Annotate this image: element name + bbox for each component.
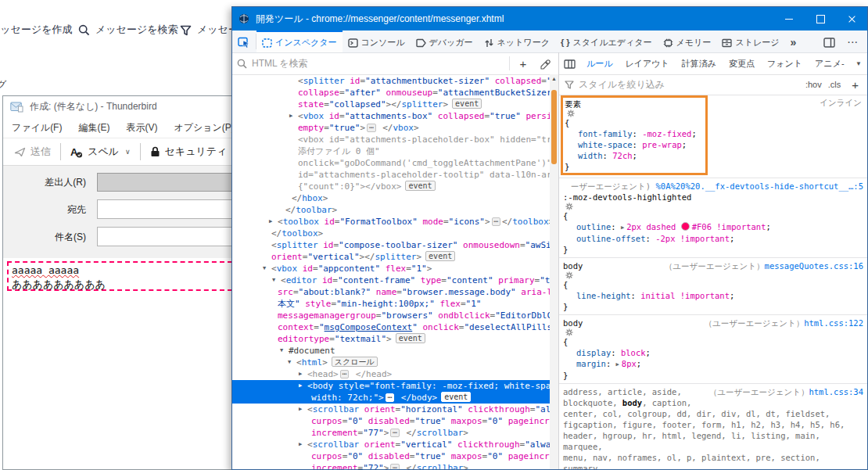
property-name[interactable]: white-space (578, 140, 633, 149)
rule-declaration[interactable]: line-height: initial !important; (563, 290, 863, 301)
sidebar-tabs-dropdown-icon[interactable]: ▼ (855, 60, 866, 67)
html-search-bar[interactable]: HTML を検索 + (232, 52, 558, 75)
security-button[interactable]: セキュリティ (147, 145, 231, 159)
body-text-line1[interactable]: aaaaa aaaaa (12, 264, 79, 277)
markup-badge[interactable]: event (396, 333, 425, 343)
property-name[interactable]: width (578, 151, 603, 160)
rule-selector-line[interactable]: figcaption, figure, footer, form, h1, h2… (563, 419, 863, 430)
markup-line[interactable]: ▶<head>⋯ </head> (232, 368, 550, 380)
collapsed-children-icon[interactable]: ⋯ (390, 464, 399, 469)
value-expander-icon[interactable]: ▶ (616, 361, 619, 368)
markup-line[interactable]: onclick="goDoCommand('cmd_toggleAttachme… (232, 157, 550, 169)
value-expander-icon[interactable]: ▶ (621, 224, 624, 231)
rule-selector-line[interactable]: blockquote, body, caption, (563, 397, 863, 408)
search-message-button[interactable]: メッセージを検索 (78, 22, 178, 38)
markup-line[interactable]: empty="true">⋯ </vbox> (232, 122, 550, 134)
property-name[interactable]: outline-offset (576, 234, 646, 243)
markup-line[interactable]: </toolbar> (232, 204, 550, 216)
markup-line[interactable]: width: 72ch;">⋯ </body>event (232, 392, 550, 404)
markup-badge[interactable]: event (441, 392, 471, 402)
rule-gear-icon[interactable] (563, 328, 583, 336)
markup-line[interactable]: collapse="after" onmouseup="attachmentBu… (232, 87, 550, 99)
rule-declaration[interactable]: font-family: -moz-fixed; (565, 128, 699, 139)
property-value[interactable]: 72ch (612, 151, 632, 160)
rule-declaration[interactable]: white-space: pre-wrap; (565, 139, 699, 150)
devtools-menu-button[interactable]: ··· (842, 36, 864, 47)
sidebar-tab-layout[interactable]: レイアウト (619, 55, 676, 73)
rule-gear-icon[interactable] (563, 203, 691, 210)
rule-gear-icon[interactable] (563, 271, 583, 279)
property-value[interactable]: -2px !important (655, 234, 730, 243)
rule-selector-line[interactable]: header, hgroup, hr, html, legend, li, li… (563, 430, 863, 452)
markup-line[interactable]: ▶<body style="font-family: -moz-fixed; w… (232, 380, 550, 392)
twisty-expanded-icon[interactable]: ▼ (280, 345, 283, 357)
pseudo-class-button[interactable]: .cls (825, 80, 845, 89)
markup-line[interactable]: {"count":0}"></vbox>event (232, 181, 550, 192)
markup-scrollbar[interactable]: ▲ (550, 74, 558, 469)
devtools-tab-more-tabs[interactable]: » (784, 30, 802, 52)
rule-declaration[interactable]: display: block; (563, 347, 863, 358)
rule-declaration[interactable]: outline-offset: -2px !important; (563, 233, 863, 244)
color-swatch[interactable] (681, 222, 690, 231)
markup-line[interactable]: ▼<vbox id="appcontent" flex="1"> (232, 263, 550, 274)
twisty-expanded-icon[interactable]: ▼ (288, 357, 291, 368)
rule-gear-icon[interactable] (565, 109, 699, 117)
devtools-titlebar[interactable]: 開発ツール - chrome://messenger/content/messe… (232, 7, 867, 30)
minimize-button[interactable] (773, 7, 805, 30)
add-node-button[interactable]: + (515, 57, 532, 70)
rule-selector-line[interactable]: 要素{ (565, 99, 699, 128)
markup-badge[interactable]: event (452, 99, 482, 109)
rule-declaration[interactable]: width: 72ch; (565, 150, 699, 161)
stylesheet-link[interactable]: html.css:34 (809, 387, 863, 396)
property-name[interactable]: margin (576, 359, 606, 368)
markup-line[interactable]: orient="vertical"></splitter>event (232, 251, 550, 263)
stylesheet-link[interactable]: messageQuotes.css:16 (765, 261, 863, 271)
style-filter-bar[interactable]: スタイルを絞り込み :hov.cls + (559, 74, 867, 95)
sidebar-tab-fonts[interactable]: フォント (761, 55, 809, 73)
twisty-expanded-icon[interactable]: ▼ (263, 263, 266, 274)
scroll-up-arrow-icon[interactable]: ▲ (550, 76, 558, 81)
stylesheet-link[interactable]: %0A%20%20.__fx-devtools-hide-shortcut__…… (655, 181, 863, 191)
markup-line[interactable]: <splitter id="attachmentbucket-sizer" co… (232, 75, 550, 87)
markup-line[interactable]: curpos="0" disabled="true" maxpos="0" pa… (232, 450, 550, 462)
markup-line[interactable]: ▼<editor id="content-frame" type="conten… (232, 274, 550, 286)
twisty-expanded-icon[interactable]: ▼ (272, 274, 275, 286)
property-value[interactable]: #F06 !important (692, 222, 766, 231)
devtools-tab-styleeditor[interactable]: { }スタイルエディター (555, 30, 658, 52)
collapsed-children-icon[interactable]: ⋯ (492, 217, 500, 226)
rule-selector-line[interactable]: :-moz-devtools-highlighted{ (563, 192, 691, 221)
markup-line[interactable]: increment="77">⋯ </scrollbar> (232, 427, 550, 439)
markup-line[interactable]: <splitter id="compose-toolbar-sizer" onm… (232, 239, 550, 251)
element-picker-button[interactable] (232, 30, 256, 52)
close-button[interactable] (836, 7, 867, 30)
twisty-collapsed-icon[interactable]: ▶ (299, 404, 302, 415)
markup-line[interactable]: </hbox> (232, 192, 550, 204)
twisty-collapsed-icon[interactable]: ▶ (299, 368, 302, 380)
rule-selector-line[interactable]: body{ (563, 260, 583, 290)
menu-item[interactable]: ファイル(F) (12, 121, 62, 135)
spell-button[interactable]: A スペル (67, 145, 122, 159)
stylesheet-link[interactable]: html.css:122 (804, 318, 863, 328)
twisty-collapsed-icon[interactable]: ▶ (299, 380, 302, 392)
markup-line[interactable]: id="attachments-placeholder-tooltip" dat… (232, 169, 550, 181)
tag-label-fragment[interactable]: グ (0, 78, 6, 91)
markup-line[interactable]: 添付ファイル 0 個" (232, 145, 550, 157)
scrollbar-thumb[interactable] (551, 90, 557, 164)
rule-selector-line[interactable]: address, article, aside, (563, 386, 682, 397)
property-value[interactable]: pre-wrap (642, 140, 682, 149)
maximize-button[interactable] (805, 7, 836, 30)
devtools-tab-memory[interactable]: メモリー (658, 30, 717, 52)
property-value[interactable]: -moz-fixed (642, 129, 691, 138)
rule-selector-line[interactable]: body{ (563, 318, 583, 347)
twisty-collapsed-icon[interactable]: ▶ (299, 439, 302, 450)
markup-line[interactable]: curpos="0" disabled="true" maxpos="0" pa… (232, 415, 550, 427)
property-value[interactable]: 2px dashed (626, 222, 681, 231)
property-name[interactable]: font-family (578, 129, 633, 138)
markup-line[interactable]: </toolbox> (232, 228, 550, 239)
rule-declaration[interactable]: outline: ▶2px dashed #F06 !important; (563, 221, 863, 233)
sidebar-tab-computed[interactable]: 計算済み (676, 55, 723, 73)
markup-line[interactable]: messagemanagergroup="browsers" ondblclic… (232, 310, 550, 321)
add-rule-button[interactable]: + (848, 78, 862, 91)
property-name[interactable]: outline (576, 222, 611, 231)
markup-line[interactable]: ▶<vbox id="attachments-box" collapsed="t… (232, 110, 550, 122)
